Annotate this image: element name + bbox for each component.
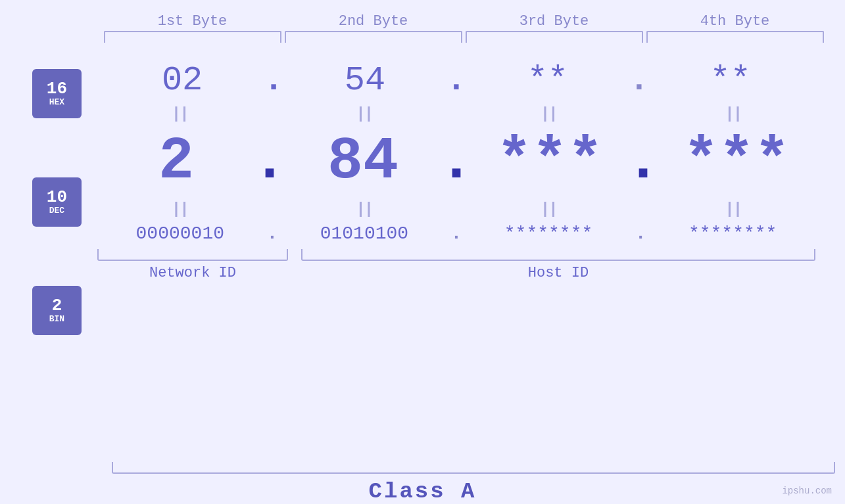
hex-val-2: 54	[345, 61, 385, 100]
network-id-label: Network ID	[97, 265, 288, 281]
main-container: 1st Byte 2nd Byte 3rd Byte 4th Byte 16 H…	[0, 0, 845, 504]
eq-4: ||	[725, 105, 741, 123]
byte-header-1: 1st Byte	[104, 13, 281, 30]
bin-cell-1: 00000010	[91, 223, 269, 244]
bottom-brackets-row	[87, 249, 825, 261]
dec-cell-1: 2	[87, 128, 265, 195]
top-brackets	[0, 31, 845, 43]
eq-1: ||	[172, 105, 188, 123]
hex-cell-2: 54	[276, 61, 454, 100]
dec-cell-2: 84	[274, 128, 452, 195]
class-bracket	[112, 462, 835, 474]
hex-cell-4: **	[642, 61, 819, 100]
eq-cell-3: ||	[460, 105, 637, 123]
byte-header-3: 3rd Byte	[466, 13, 643, 30]
badges-column: 16 HEX 10 DEC 2 BIN	[0, 69, 87, 394]
eq2-2: ||	[356, 200, 372, 218]
eq2-cell-1: ||	[91, 200, 268, 218]
bin-cell-2: 01010100	[276, 223, 453, 244]
dec-cell-3: ***	[461, 128, 639, 195]
byte-header-4: 4th Byte	[646, 13, 824, 30]
dec-val-4: ***	[683, 128, 790, 195]
eq2-3: ||	[541, 200, 557, 218]
bin-val-4: ********	[688, 223, 777, 244]
bin-cell-3: ********	[460, 223, 637, 244]
bin-val-2: 01010100	[320, 223, 408, 244]
eq-cell-2: ||	[276, 105, 453, 123]
bin-cell-4: ********	[644, 223, 821, 244]
dec-val-3: ***	[496, 128, 603, 195]
bracket-3	[466, 31, 643, 43]
host-id-label: Host ID	[301, 265, 815, 281]
byte-header-2: 2nd Byte	[285, 13, 462, 30]
main-area: 16 HEX 10 DEC 2 BIN 02 . 54	[0, 49, 845, 457]
dec-badge: 10 DEC	[32, 177, 82, 227]
hex-badge: 16 HEX	[32, 69, 82, 118]
eq-cell-4: ||	[644, 105, 822, 123]
bin-val-1: 00000010	[136, 223, 224, 244]
eq2-cell-2: ||	[276, 200, 453, 218]
hex-val-4: **	[710, 61, 751, 100]
values-area: 02 . 54 . ** . ** ||	[87, 49, 845, 281]
network-id-bracket	[97, 249, 288, 261]
bin-value-row: 00000010 . 01010100 . ******** . *******…	[87, 223, 825, 244]
eq-2: ||	[356, 105, 372, 123]
class-label: Class A	[369, 479, 477, 504]
bracket-2	[285, 31, 462, 43]
dec-val-2: 84	[327, 128, 398, 195]
byte-headers-row: 1st Byte 2nd Byte 3rd Byte 4th Byte	[0, 13, 845, 30]
dec-cell-4: ***	[648, 128, 825, 195]
hex-value-row: 02 . 54 . ** . **	[87, 61, 825, 100]
hex-cell-1: 02	[93, 61, 271, 100]
bin-val-3: ********	[504, 223, 592, 244]
equals-row-2: || || || ||	[87, 198, 825, 221]
eq2-cell-4: ||	[644, 200, 822, 218]
class-label-row: Class A	[0, 479, 845, 504]
eq-cell-1: ||	[91, 105, 268, 123]
eq2-cell-3: ||	[460, 200, 637, 218]
dec-value-row: 2 . 84 . *** . ***	[87, 128, 825, 195]
hex-val-1: 02	[162, 61, 203, 100]
bracket-1	[104, 31, 281, 43]
eq-3: ||	[541, 105, 557, 123]
bin-badge: 2 BIN	[32, 286, 82, 335]
equals-row-1: || || || ||	[87, 103, 825, 126]
bracket-4	[646, 31, 824, 43]
eq2-1: ||	[172, 200, 188, 218]
watermark: ipshu.com	[782, 486, 832, 496]
hex-cell-3: **	[459, 61, 637, 100]
eq2-4: ||	[725, 200, 741, 218]
id-labels-row: Network ID Host ID	[87, 265, 825, 281]
hex-val-3: **	[527, 61, 568, 100]
host-id-bracket	[301, 249, 815, 261]
dec-val-1: 2	[158, 128, 194, 195]
